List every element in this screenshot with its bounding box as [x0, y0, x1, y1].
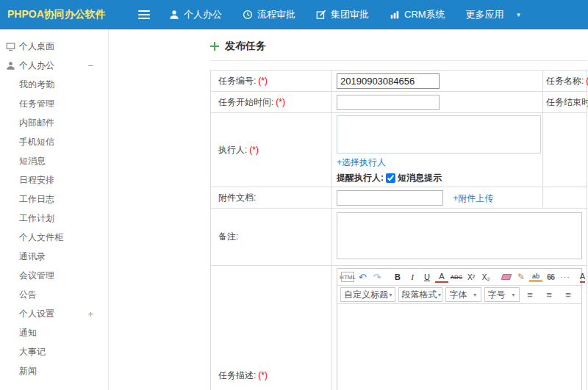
topbar: PHPOA协同办公软件 个人办公 流程审批 集团审批 CRM系统 [0, 0, 588, 29]
editor-toolbar-row2: 自定义标题▼ 段落格式▼ 字体▼ 字号▼ ≡ ≡ ≡ [337, 286, 581, 304]
attachment-input[interactable] [337, 190, 443, 206]
sidebar-item-announcement[interactable]: 公告 [0, 285, 108, 304]
sidebar-item-notification[interactable]: 通知 [0, 323, 108, 342]
required-mark: (*) [249, 145, 259, 155]
paragraph-format-dropdown[interactable]: 段落格式▼ [398, 287, 443, 302]
task-number-input[interactable] [337, 73, 440, 89]
nav-group-approval[interactable]: 集团审批 [316, 8, 369, 21]
clock-icon [243, 10, 253, 20]
chevron-down-icon: ▼ [388, 292, 393, 297]
start-time-input[interactable] [337, 95, 440, 110]
undo-icon[interactable]: ↶ [356, 270, 369, 284]
sidebar-item-meeting-management[interactable]: 会议管理 [0, 266, 108, 285]
nav-label: 集团审批 [331, 8, 369, 21]
rich-text-editor: HTML ↶ ↷ B I U A ABC X² X₂ [337, 268, 582, 390]
remark-label: 备注: [218, 231, 238, 242]
description-label: 任务描述: [218, 370, 256, 380]
attachment-upload-link[interactable]: +附件上传 [453, 193, 493, 203]
bold-button[interactable]: B [391, 270, 404, 284]
html-source-button[interactable]: HTML [341, 272, 354, 282]
text-color-dropdown[interactable]: A ▼ [579, 270, 588, 284]
sms-remind-label: 短消息提示 [398, 172, 442, 184]
alignment-buttons: ≡ ≡ ≡ [523, 288, 578, 301]
sidebar-item-internal-mail[interactable]: 内部邮件 [0, 113, 108, 132]
main-content: 发布任务 任务编号:(*) 任务名称:(*) 任务开始时间:(*) 任务结束时间… [109, 29, 588, 390]
sidebar-item-personal-office[interactable]: 个人办公 − [0, 56, 108, 75]
remark-textarea[interactable] [337, 212, 582, 259]
bar-chart-icon [390, 10, 400, 20]
underline-button[interactable]: U [420, 270, 434, 284]
sidebar-item-short-message[interactable]: 短消息 [0, 151, 108, 170]
publish-task-form: 任务编号:(*) 任务名称:(*) 任务开始时间:(*) 任务结束时间:(*) … [210, 70, 587, 390]
executor-label: 执行人: [218, 145, 247, 155]
format-brush-icon[interactable]: ✎ [514, 270, 528, 284]
align-right-icon[interactable]: ≡ [562, 288, 575, 301]
edit-icon [316, 10, 326, 20]
strikethrough-button[interactable]: ABC [450, 270, 463, 284]
more-tools-button[interactable]: ··· [559, 270, 572, 284]
sidebar-item-events[interactable]: 大事记 [0, 342, 108, 361]
sidebar: 个人桌面 个人办公 − 我的考勤 任务管理 内部邮件 手机短信 短消息 日程安排… [0, 29, 109, 390]
task-name-label: 任务名称: [546, 76, 584, 86]
nav-crm-system[interactable]: CRM系统 [390, 8, 445, 21]
redo-icon[interactable]: ↷ [370, 270, 384, 284]
sidebar-item-label: 个人桌面 [19, 40, 54, 53]
menu-toggle-icon[interactable] [138, 10, 150, 19]
add-task-icon [210, 42, 219, 51]
sidebar-item-my-attendance[interactable]: 我的考勤 [0, 75, 108, 94]
remind-executor-label: 提醒执行人: [337, 172, 384, 184]
superscript-button[interactable]: X² [465, 270, 478, 284]
sms-remind-checkbox[interactable] [386, 173, 395, 183]
sidebar-item-personal-desktop[interactable]: 个人桌面 [0, 37, 108, 56]
page-title: 发布任务 [225, 40, 266, 53]
chevron-down-icon: ▼ [473, 292, 478, 297]
chevron-down-icon[interactable]: ▼ [516, 12, 522, 18]
end-time-label: 任务结束时间: [546, 97, 588, 107]
expand-icon[interactable]: + [87, 308, 93, 319]
sidebar-item-news[interactable]: 新闻 [0, 361, 108, 380]
nav-personal-office[interactable]: 个人办公 [169, 8, 222, 21]
top-navigation: 个人办公 流程审批 集团审批 CRM系统 更多应用 ▼ [169, 8, 522, 21]
font-family-dropdown[interactable]: 字体▼ [445, 287, 481, 302]
nav-process-approval[interactable]: 流程审批 [243, 8, 295, 21]
sidebar-item-mobile-sms[interactable]: 手机短信 [0, 132, 108, 151]
editor-content-area[interactable] [337, 304, 581, 390]
person-icon [6, 61, 15, 71]
chevron-down-icon: ▼ [437, 292, 442, 297]
executor-list-box[interactable] [337, 115, 541, 154]
nav-label: 流程审批 [257, 8, 295, 21]
font-color-button[interactable]: A [435, 272, 448, 283]
choose-executor-link[interactable]: +选择执行人 [337, 156, 386, 169]
sidebar-item-contacts[interactable]: 通讯录 [0, 247, 108, 266]
app-logo: PHPOA协同办公软件 [0, 8, 110, 21]
font-size-dropdown[interactable]: 字号▼ [484, 287, 520, 302]
align-left-icon[interactable]: ≡ [523, 288, 537, 301]
subscript-button[interactable]: X₂ [479, 270, 492, 284]
nav-more-apps[interactable]: 更多应用 ▼ [466, 8, 522, 21]
custom-title-dropdown[interactable]: 自定义标题▼ [340, 287, 395, 302]
highlight-button[interactable]: ab [529, 272, 542, 282]
required-mark: (*) [276, 97, 285, 107]
person-icon [169, 10, 179, 20]
page-header: 发布任务 [210, 40, 587, 61]
task-number-label: 任务编号: [218, 76, 256, 86]
sidebar-item-task-management[interactable]: 任务管理 [0, 94, 108, 113]
nav-label: CRM系统 [404, 8, 445, 21]
italic-button[interactable]: I [406, 270, 419, 284]
blockquote-button[interactable]: 66 [544, 270, 557, 284]
collapse-icon[interactable]: − [87, 60, 93, 71]
sidebar-item-label: 个人办公 [19, 59, 54, 72]
chevron-down-icon: ▼ [511, 292, 516, 297]
sidebar-item-work-plan[interactable]: 工作计划 [0, 209, 108, 228]
sidebar-item-file-cabinet[interactable]: 个人文件柜 [0, 228, 108, 247]
nav-label: 个人办公 [184, 8, 222, 21]
eraser-icon[interactable] [500, 270, 513, 284]
sidebar-item-schedule[interactable]: 日程安排 [0, 170, 108, 189]
attachment-label: 附件文档: [218, 192, 256, 203]
sidebar-item-work-log[interactable]: 工作日志 [0, 189, 108, 209]
sidebar-item-personal-settings[interactable]: 个人设置 + [0, 304, 108, 323]
start-time-label: 任务开始时间: [218, 97, 273, 107]
nav-label: 更多应用 [466, 8, 504, 21]
required-mark: (*) [258, 76, 268, 86]
align-center-icon[interactable]: ≡ [542, 288, 556, 301]
